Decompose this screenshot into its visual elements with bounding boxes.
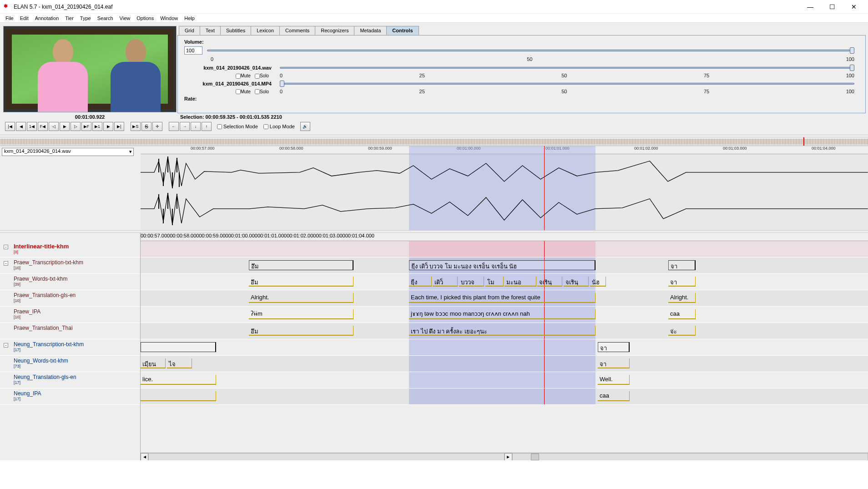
scroll-left-button[interactable]: ◀ xyxy=(141,453,148,461)
tier-row-7[interactable]: เมฺียนไจจา xyxy=(141,356,868,372)
overview-ruler[interactable] xyxy=(0,137,868,146)
play-button[interactable]: ▶ xyxy=(60,122,70,131)
annotation[interactable]: นัฮ xyxy=(590,277,606,287)
menu-annotation[interactable]: Annotation xyxy=(32,15,62,22)
tier-label-8[interactable]: Neung_Translation-gls-en[17] xyxy=(0,372,140,388)
tier-row-8[interactable]: lice.Well. xyxy=(141,372,868,388)
play-selection-button[interactable]: ▶S xyxy=(131,122,141,131)
tier-label-3[interactable]: Praew_Translation-gls-en[10] xyxy=(0,290,140,307)
annotation[interactable]: Alright. xyxy=(249,293,353,303)
annotation[interactable]: อึม xyxy=(249,260,353,270)
annotation[interactable]: ไจ xyxy=(167,358,192,368)
annotation[interactable]: ยฺีง เดิว็ บววจ โม มะนอง จเรอ็น จเรอ็น น… xyxy=(409,260,595,270)
close-button[interactable]: ✕ xyxy=(843,0,864,13)
tree-toggle-icon[interactable]: - xyxy=(4,245,8,249)
annotation[interactable]: caa xyxy=(598,391,630,401)
tree-toggle-icon[interactable]: - xyxy=(4,343,8,348)
tab-metadata[interactable]: Metadata xyxy=(354,26,387,35)
prev-frame-button[interactable]: ◀ xyxy=(16,122,26,131)
annotation[interactable]: Each time, I picked this plant from the … xyxy=(409,293,595,303)
next-scroll-button[interactable]: ▶F xyxy=(81,122,91,131)
tab-text[interactable]: Text xyxy=(200,26,221,35)
tier-row-6[interactable]: จา xyxy=(141,339,868,356)
tier-label-7[interactable]: Neung_Words-txt-khm[73] xyxy=(0,356,140,372)
goto-start-button[interactable]: |◀ xyxy=(5,122,15,131)
annotation[interactable]: จา xyxy=(598,358,630,368)
annotation[interactable] xyxy=(141,342,216,352)
annotation[interactable]: จ่ะ xyxy=(668,326,696,336)
zoom-slider[interactable] xyxy=(512,453,868,461)
menu-tier[interactable]: Tier xyxy=(62,15,76,22)
menu-view[interactable]: View xyxy=(117,15,133,22)
annotation[interactable]: เดิว็ xyxy=(433,277,458,287)
waveform-canvas[interactable]: 00:00:57.00000:00:58.00000:00:59.00000:0… xyxy=(141,146,868,230)
tier-label-5[interactable]: Praew_Translation_Thai xyxy=(0,323,140,339)
prev-scroll-button[interactable]: F◀ xyxy=(38,122,48,131)
scroll-right-button[interactable]: ▶ xyxy=(505,453,512,461)
tier-label-2[interactable]: Praew_Words-txt-khm[39] xyxy=(0,274,140,290)
annotation[interactable]: jɤɤŋ təw bɔɔc moo manɔɔŋ crʌʌn crʌʌn nah xyxy=(409,309,595,319)
tier-row-0[interactable] xyxy=(141,241,868,257)
menu-type[interactable]: Type xyxy=(77,15,94,22)
selection-mode-check[interactable] xyxy=(217,124,222,129)
annotation[interactable]: ʔɨɨm xyxy=(249,309,353,319)
arrow-up-button[interactable]: ↑ xyxy=(202,122,212,131)
annotation[interactable]: เรา ไป ดึง มา ครั้งละ เยอะๆนะ xyxy=(409,326,595,336)
annotation[interactable]: เมฺียน xyxy=(141,358,166,368)
tier-row-9[interactable]: caa xyxy=(141,388,868,405)
tier-label-6[interactable]: -Neung_Transcription-txt-khm[17] xyxy=(0,339,140,356)
annotation[interactable]: อึม xyxy=(249,277,353,287)
annotation[interactable]: มะนอ xyxy=(505,277,536,287)
track2-solo[interactable] xyxy=(255,89,260,94)
crosshair-button[interactable]: ✛ xyxy=(152,122,162,131)
track2-slider[interactable] xyxy=(280,81,854,87)
tier-row-4[interactable]: ʔɨɨmjɤɤŋ təw bɔɔc moo manɔɔŋ crʌʌn crʌʌn… xyxy=(141,307,868,323)
goto-end-button[interactable]: ▶| xyxy=(114,122,124,131)
annotation[interactable]: โม xyxy=(485,277,504,287)
tab-recognizers[interactable]: Recognizers xyxy=(315,26,354,35)
speaker-button[interactable]: 🔊 xyxy=(300,122,310,131)
volume-slider[interactable] xyxy=(207,47,854,54)
annotation[interactable]: จเรินฺ xyxy=(564,277,589,287)
track1-solo[interactable] xyxy=(255,74,260,79)
annotation[interactable]: จเรินฺ xyxy=(537,277,562,287)
next-sec-button[interactable]: ▶1 xyxy=(92,122,102,131)
menu-file[interactable]: File xyxy=(3,15,16,22)
clear-selection-button[interactable]: S xyxy=(141,122,151,131)
tiers-hscroll[interactable]: ◀ ▶ xyxy=(141,453,868,460)
annotation[interactable]: จา xyxy=(598,342,630,352)
maximize-button[interactable]: ☐ xyxy=(822,0,843,13)
arrow-left-button[interactable]: ← xyxy=(169,122,179,131)
tier-label-1[interactable]: -Praew_Transcription-txt-khm[10] xyxy=(0,257,140,274)
wave-file-select[interactable]: kxm_014_20190426_014.wav xyxy=(2,148,134,156)
tier-row-2[interactable]: อึมยฺีงเดิว็บววจโมมะนอจเรินฺจเรินฺนัฮจา xyxy=(141,274,868,290)
track2-mute[interactable] xyxy=(236,89,241,94)
track1-mute[interactable] xyxy=(236,74,241,79)
menu-search[interactable]: Search xyxy=(95,15,116,22)
annotation[interactable]: จา xyxy=(668,277,696,287)
minimize-button[interactable]: — xyxy=(800,0,821,13)
menu-help[interactable]: Help xyxy=(182,15,197,22)
annotation[interactable]: lice. xyxy=(141,375,216,385)
tier-row-1[interactable]: อึมยฺีง เดิว็ บววจ โม มะนอง จเรอ็น จเรอ็… xyxy=(141,257,868,274)
annotation[interactable]: Well. xyxy=(598,375,630,385)
tab-lexicon[interactable]: Lexicon xyxy=(251,26,280,35)
tab-comments[interactable]: Comments xyxy=(279,26,315,35)
tier-row-5[interactable]: อึมเรา ไป ดึง มา ครั้งละ เยอะๆนะจ่ะ xyxy=(141,323,868,339)
video-frame[interactable] xyxy=(3,26,177,112)
arrow-down-button[interactable]: ↓ xyxy=(191,122,201,131)
annotation[interactable] xyxy=(141,391,216,401)
tiers-canvas[interactable]: 00:00:57.00000:00:58.00000:00:59.00000:0… xyxy=(141,233,868,460)
tab-grid[interactable]: Grid xyxy=(179,26,200,35)
tier-label-0[interactable]: -Interlinear-title-khm[0] xyxy=(0,241,140,257)
loop-mode-check[interactable] xyxy=(263,124,268,129)
tier-row-3[interactable]: Alright.Each time, I picked this plant f… xyxy=(141,290,868,307)
annotation[interactable]: ยฺีง xyxy=(409,277,432,287)
annotation[interactable]: Alright. xyxy=(668,293,696,303)
menu-edit[interactable]: Edit xyxy=(17,15,31,22)
annotation[interactable]: บววจ xyxy=(459,277,484,287)
menu-window[interactable]: Window xyxy=(157,15,181,22)
annotation[interactable]: caa xyxy=(668,309,696,319)
step-fwd-button[interactable]: ▷ xyxy=(71,122,81,131)
volume-input[interactable] xyxy=(184,46,202,55)
